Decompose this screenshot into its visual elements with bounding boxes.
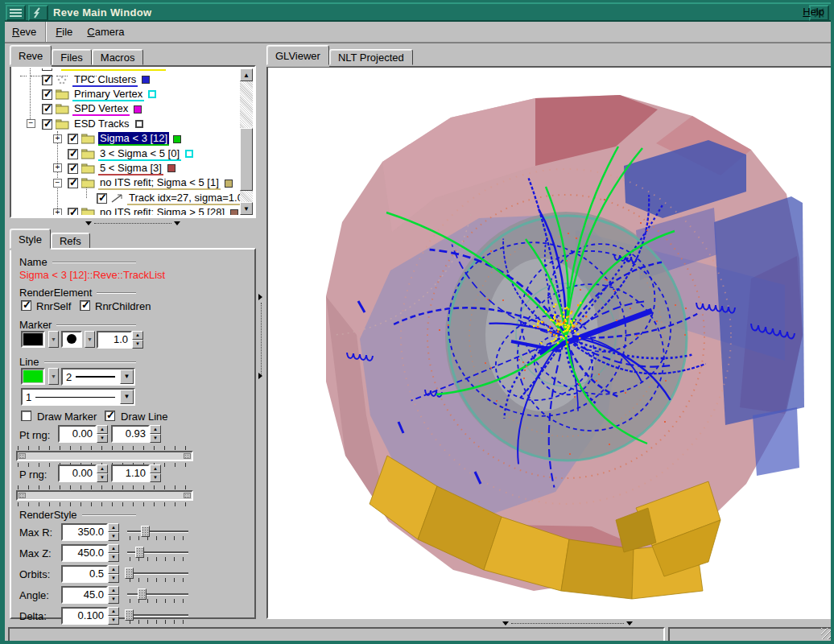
p-slider-min-handle[interactable] <box>19 493 26 498</box>
marker-size-entry[interactable]: 1.0 <box>97 331 132 349</box>
orbits-slider-track[interactable] <box>127 572 188 575</box>
tree-vertical-scrollbar[interactable]: ▲ ▼ <box>240 68 253 215</box>
orbits-entry[interactable]: 0.5 <box>61 565 108 583</box>
tree-item[interactable]: ✓ESD Tracks <box>13 117 240 131</box>
angle-slider-track[interactable] <box>127 593 188 596</box>
window-menu-button[interactable] <box>6 5 26 21</box>
angle-spinner[interactable]: ▲▼ <box>108 586 119 604</box>
marker-size-spinner[interactable]: ▲▼ <box>132 331 143 349</box>
maxr-spinner[interactable]: ▲▼ <box>108 523 119 541</box>
p-min-entry[interactable]: 0.00 <box>58 464 97 482</box>
color-badge[interactable] <box>167 164 175 172</box>
tree-item[interactable]: ✓no ITS refit; Sigma > 5 [28] <box>13 206 240 215</box>
tree-item-label[interactable]: Sigma < 3 [12] <box>98 132 169 146</box>
tree-item[interactable]: ✓TPC Clusters <box>13 72 240 87</box>
pt-slider-min-handle[interactable] <box>19 453 26 459</box>
pt-range-slider[interactable] <box>16 451 193 461</box>
delta-slider-track[interactable] <box>127 614 188 617</box>
maxz-entry[interactable]: 450.0 <box>61 544 108 562</box>
scroll-down-button[interactable]: ▼ <box>240 202 253 215</box>
draw-marker-checkbox[interactable] <box>21 411 31 421</box>
tree-item-label[interactable]: SPD Vertex <box>72 102 130 116</box>
pt-max-entry[interactable]: 0.93 <box>111 425 150 443</box>
line-color-swatch[interactable] <box>21 368 45 385</box>
marker-style-button[interactable] <box>61 331 82 348</box>
bottom-splitter[interactable] <box>502 621 633 626</box>
tree-item[interactable]: ✓Sigma < 3 [12] <box>13 132 240 147</box>
tree-item-checkbox[interactable]: ✓ <box>68 134 78 144</box>
tree-item-label[interactable]: no ITS refit; Sigma < 5 [1] <box>98 176 221 190</box>
pt-slider-max-handle[interactable] <box>184 453 191 459</box>
marker-color-swatch[interactable] <box>21 331 45 348</box>
angle-entry[interactable]: 45.0 <box>61 586 108 604</box>
maxz-slider-thumb[interactable] <box>135 547 144 558</box>
combo-arrow-icon[interactable]: ▼ <box>120 390 134 404</box>
tree-item[interactable]: ✓3 < Sigma < 5 [0] <box>13 147 240 161</box>
delta-spinner[interactable]: ▲▼ <box>108 607 119 625</box>
p-range-slider[interactable] <box>16 490 193 501</box>
app-icon-button[interactable] <box>28 5 48 21</box>
orbits-slider-thumb[interactable] <box>125 568 134 579</box>
pt-min-spinner[interactable]: ▲▼ <box>97 425 108 443</box>
angle-slider-thumb[interactable] <box>138 588 147 600</box>
gl-canvas[interactable] <box>270 69 831 616</box>
color-badge[interactable] <box>134 105 142 114</box>
tree-item-label[interactable]: ESD Tracks <box>72 118 131 131</box>
p-slider-max-handle[interactable] <box>184 493 191 498</box>
color-badge[interactable] <box>173 135 181 143</box>
combo-arrow-icon[interactable]: ▼ <box>120 369 134 384</box>
maxr-entry[interactable]: 350.0 <box>61 523 108 541</box>
pt-min-entry[interactable]: 0.00 <box>58 425 97 443</box>
tab-refs[interactable]: Refs <box>51 233 90 249</box>
tab-reve[interactable]: Reve <box>10 45 52 65</box>
scroll-thumb[interactable] <box>240 128 253 191</box>
p-min-spinner[interactable]: ▲▼ <box>97 464 108 482</box>
maxr-slider-track[interactable] <box>127 530 188 533</box>
tree-item-label[interactable]: 3 < Sigma < 5 [0] <box>98 147 181 161</box>
tree-item[interactable]: ✓Primary Vertex <box>13 87 240 101</box>
tree-style-splitter[interactable] <box>85 221 180 226</box>
pt-max-spinner[interactable]: ▲▼ <box>150 425 161 443</box>
maxz-spinner[interactable]: ▲▼ <box>108 544 119 562</box>
scroll-up-button[interactable]: ▲ <box>240 68 253 81</box>
tab-macros[interactable]: Macros <box>92 49 144 65</box>
tree-item-label[interactable]: no ITS refit; Sigma > 5 [28] <box>98 206 226 215</box>
tab-glviewer[interactable]: GLViewer <box>266 45 329 65</box>
panel-splitter[interactable] <box>257 65 266 613</box>
menu-item-file[interactable]: File <box>48 23 80 40</box>
marker-color-dropdown[interactable]: ▼ <box>48 331 59 348</box>
menu-item-camera[interactable]: Camera <box>80 23 131 40</box>
draw-line-checkbox[interactable]: ✓ <box>105 411 115 421</box>
menu-item-reve[interactable]: Reve <box>5 23 43 40</box>
tree-item-checkbox[interactable]: ✓ <box>68 208 78 215</box>
orbits-spinner[interactable]: ▲▼ <box>108 565 119 583</box>
line-color-dropdown[interactable]: ▼ <box>48 368 59 385</box>
color-badge[interactable] <box>148 90 156 98</box>
tree-item-label[interactable]: Primary Vertex <box>72 88 144 101</box>
resize-grip[interactable] <box>821 628 832 639</box>
menu-item-help[interactable]: Help <box>803 6 824 18</box>
line-style-combo[interactable]: 1▼ <box>21 388 135 406</box>
tree-item[interactable]: ✓5 < Sigma [3] <box>13 161 240 175</box>
tree-item-checkbox[interactable]: ✓ <box>42 89 52 100</box>
color-badge[interactable] <box>185 150 193 158</box>
title-bar[interactable]: Reve Main Window <box>5 2 831 22</box>
tree-item-label[interactable]: 5 < Sigma [3] <box>98 162 163 175</box>
tab-nlt-projected[interactable]: NLT Projected <box>329 49 413 65</box>
tree-item-checkbox[interactable]: ✓ <box>68 163 78 174</box>
color-badge[interactable] <box>225 180 233 188</box>
tree-item-label[interactable]: TPC Clusters <box>72 73 138 87</box>
tree-item-label[interactable]: Track idx=27, sigma=1.018 <box>127 192 240 205</box>
marker-style-dropdown[interactable]: ▼ <box>85 331 95 348</box>
tree-item[interactable]: ✓SPD Vertex <box>13 102 240 117</box>
tab-files[interactable]: Files <box>52 49 91 65</box>
color-badge[interactable] <box>230 209 238 215</box>
tree-item[interactable]: ✓Track idx=27, sigma=1.018 <box>13 191 240 205</box>
maxr-slider-thumb[interactable] <box>141 526 150 537</box>
tab-style[interactable]: Style <box>10 229 51 249</box>
delta-slider-thumb[interactable] <box>125 609 134 621</box>
rnrchildren-checkbox[interactable]: ✓ <box>80 300 90 311</box>
delta-entry[interactable]: 0.100 <box>61 607 108 625</box>
color-badge[interactable] <box>135 120 143 128</box>
tree-item-checkbox[interactable]: ✓ <box>68 149 78 159</box>
